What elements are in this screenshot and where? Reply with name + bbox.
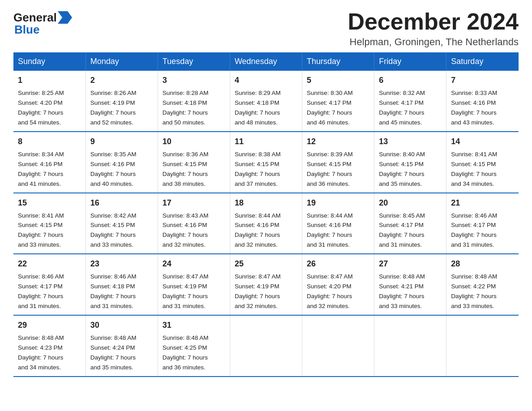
day-info: Sunrise: 8:47 AMSunset: 4:20 PMDaylight:… bbox=[307, 273, 353, 309]
calendar-cell: 27Sunrise: 8:48 AMSunset: 4:21 PMDayligh… bbox=[374, 254, 446, 315]
logo-arrow-icon bbox=[58, 11, 72, 24]
day-info: Sunrise: 8:29 AMSunset: 4:18 PMDaylight:… bbox=[235, 90, 281, 126]
day-number: 26 bbox=[307, 258, 369, 270]
day-number: 11 bbox=[235, 136, 297, 148]
day-info: Sunrise: 8:48 AMSunset: 4:24 PMDaylight:… bbox=[90, 334, 137, 371]
week-row-3: 15Sunrise: 8:41 AMSunset: 4:15 PMDayligh… bbox=[13, 193, 519, 254]
logo-text: General bbox=[13, 11, 73, 24]
day-number: 12 bbox=[307, 136, 369, 148]
day-number: 22 bbox=[18, 258, 81, 270]
day-info: Sunrise: 8:30 AMSunset: 4:17 PMDaylight:… bbox=[307, 90, 353, 126]
calendar-cell: 12Sunrise: 8:39 AMSunset: 4:15 PMDayligh… bbox=[302, 132, 374, 193]
day-info: Sunrise: 8:36 AMSunset: 4:15 PMDaylight:… bbox=[163, 151, 209, 187]
week-row-5: 29Sunrise: 8:48 AMSunset: 4:23 PMDayligh… bbox=[13, 315, 519, 377]
day-number: 30 bbox=[90, 319, 153, 331]
calendar-cell: 14Sunrise: 8:41 AMSunset: 4:15 PMDayligh… bbox=[446, 132, 519, 193]
calendar-cell: 8Sunrise: 8:34 AMSunset: 4:16 PMDaylight… bbox=[13, 132, 86, 193]
calendar-cell bbox=[374, 315, 446, 377]
calendar-cell: 26Sunrise: 8:47 AMSunset: 4:20 PMDayligh… bbox=[302, 254, 374, 315]
header-friday: Friday bbox=[374, 52, 446, 71]
day-number: 6 bbox=[379, 74, 442, 86]
title-area: December 2024 Helpman, Groningen, The Ne… bbox=[348, 9, 519, 48]
day-number: 25 bbox=[235, 258, 297, 270]
calendar-subtitle: Helpman, Groningen, The Netherlands bbox=[348, 36, 519, 48]
day-number: 4 bbox=[235, 74, 297, 86]
day-info: Sunrise: 8:38 AMSunset: 4:15 PMDaylight:… bbox=[235, 151, 281, 187]
calendar-cell: 18Sunrise: 8:44 AMSunset: 4:16 PMDayligh… bbox=[230, 193, 302, 254]
day-info: Sunrise: 8:44 AMSunset: 4:16 PMDaylight:… bbox=[235, 212, 281, 248]
header-saturday: Saturday bbox=[446, 52, 519, 71]
calendar-header-row: SundayMondayTuesdayWednesdayThursdayFrid… bbox=[13, 52, 519, 71]
calendar-cell: 20Sunrise: 8:45 AMSunset: 4:17 PMDayligh… bbox=[374, 193, 446, 254]
calendar-cell: 25Sunrise: 8:47 AMSunset: 4:19 PMDayligh… bbox=[230, 254, 302, 315]
day-info: Sunrise: 8:46 AMSunset: 4:17 PMDaylight:… bbox=[451, 212, 497, 248]
day-number: 1 bbox=[18, 74, 81, 86]
day-info: Sunrise: 8:34 AMSunset: 4:16 PMDaylight:… bbox=[18, 151, 64, 187]
day-info: Sunrise: 8:48 AMSunset: 4:25 PMDaylight:… bbox=[163, 334, 209, 371]
calendar-cell: 30Sunrise: 8:48 AMSunset: 4:24 PMDayligh… bbox=[86, 315, 158, 377]
calendar-cell: 28Sunrise: 8:48 AMSunset: 4:22 PMDayligh… bbox=[446, 254, 519, 315]
day-info: Sunrise: 8:43 AMSunset: 4:16 PMDaylight:… bbox=[163, 212, 209, 248]
day-number: 20 bbox=[379, 197, 442, 209]
calendar-cell: 31Sunrise: 8:48 AMSunset: 4:25 PMDayligh… bbox=[158, 315, 230, 377]
day-info: Sunrise: 8:47 AMSunset: 4:19 PMDaylight:… bbox=[235, 273, 281, 309]
calendar-cell bbox=[302, 315, 374, 377]
calendar-cell: 6Sunrise: 8:32 AMSunset: 4:17 PMDaylight… bbox=[374, 71, 446, 132]
svg-marker-0 bbox=[58, 11, 72, 24]
calendar-table: SundayMondayTuesdayWednesdayThursdayFrid… bbox=[13, 52, 519, 377]
calendar-cell: 19Sunrise: 8:44 AMSunset: 4:16 PMDayligh… bbox=[302, 193, 374, 254]
day-number: 14 bbox=[451, 136, 514, 148]
calendar-cell bbox=[446, 315, 519, 377]
day-number: 16 bbox=[90, 197, 153, 209]
logo-blue: Blue bbox=[14, 23, 39, 37]
logo-general: General bbox=[13, 12, 57, 23]
day-info: Sunrise: 8:32 AMSunset: 4:17 PMDaylight:… bbox=[379, 90, 425, 126]
day-info: Sunrise: 8:42 AMSunset: 4:15 PMDaylight:… bbox=[90, 212, 137, 248]
day-number: 31 bbox=[163, 319, 225, 331]
day-number: 23 bbox=[90, 258, 153, 270]
calendar-cell: 3Sunrise: 8:28 AMSunset: 4:18 PMDaylight… bbox=[158, 71, 230, 132]
day-info: Sunrise: 8:35 AMSunset: 4:16 PMDaylight:… bbox=[90, 151, 137, 187]
calendar-cell: 10Sunrise: 8:36 AMSunset: 4:15 PMDayligh… bbox=[158, 132, 230, 193]
day-number: 18 bbox=[235, 197, 297, 209]
header-wednesday: Wednesday bbox=[230, 52, 302, 71]
calendar-cell: 5Sunrise: 8:30 AMSunset: 4:17 PMDaylight… bbox=[302, 71, 374, 132]
day-info: Sunrise: 8:48 AMSunset: 4:23 PMDaylight:… bbox=[18, 334, 64, 371]
calendar-title: December 2024 bbox=[348, 9, 519, 34]
day-number: 9 bbox=[90, 136, 153, 148]
calendar-cell: 15Sunrise: 8:41 AMSunset: 4:15 PMDayligh… bbox=[13, 193, 86, 254]
calendar-cell: 22Sunrise: 8:46 AMSunset: 4:17 PMDayligh… bbox=[13, 254, 86, 315]
header-monday: Monday bbox=[86, 52, 158, 71]
day-number: 17 bbox=[163, 197, 225, 209]
day-number: 29 bbox=[18, 319, 81, 331]
day-number: 24 bbox=[163, 258, 225, 270]
day-info: Sunrise: 8:25 AMSunset: 4:20 PMDaylight:… bbox=[18, 90, 64, 126]
day-number: 3 bbox=[163, 74, 225, 86]
calendar-cell bbox=[230, 315, 302, 377]
day-number: 7 bbox=[451, 74, 514, 86]
day-info: Sunrise: 8:28 AMSunset: 4:18 PMDaylight:… bbox=[163, 90, 209, 126]
day-number: 15 bbox=[18, 197, 81, 209]
calendar-cell: 21Sunrise: 8:46 AMSunset: 4:17 PMDayligh… bbox=[446, 193, 519, 254]
header: General Blue December 2024 Helpman, Gron… bbox=[13, 9, 519, 48]
day-info: Sunrise: 8:46 AMSunset: 4:18 PMDaylight:… bbox=[90, 273, 137, 309]
day-number: 13 bbox=[379, 136, 442, 148]
calendar-cell: 16Sunrise: 8:42 AMSunset: 4:15 PMDayligh… bbox=[86, 193, 158, 254]
calendar-cell: 9Sunrise: 8:35 AMSunset: 4:16 PMDaylight… bbox=[86, 132, 158, 193]
calendar-cell: 4Sunrise: 8:29 AMSunset: 4:18 PMDaylight… bbox=[230, 71, 302, 132]
day-number: 10 bbox=[163, 136, 225, 148]
week-row-2: 8Sunrise: 8:34 AMSunset: 4:16 PMDaylight… bbox=[13, 132, 519, 193]
calendar-cell: 1Sunrise: 8:25 AMSunset: 4:20 PMDaylight… bbox=[13, 71, 86, 132]
week-row-4: 22Sunrise: 8:46 AMSunset: 4:17 PMDayligh… bbox=[13, 254, 519, 315]
calendar-cell: 24Sunrise: 8:47 AMSunset: 4:19 PMDayligh… bbox=[158, 254, 230, 315]
day-number: 19 bbox=[307, 197, 369, 209]
day-number: 27 bbox=[379, 258, 442, 270]
calendar-cell: 2Sunrise: 8:26 AMSunset: 4:19 PMDaylight… bbox=[86, 71, 158, 132]
header-thursday: Thursday bbox=[302, 52, 374, 71]
day-info: Sunrise: 8:40 AMSunset: 4:15 PMDaylight:… bbox=[379, 151, 425, 187]
calendar-cell: 13Sunrise: 8:40 AMSunset: 4:15 PMDayligh… bbox=[374, 132, 446, 193]
day-info: Sunrise: 8:33 AMSunset: 4:16 PMDaylight:… bbox=[451, 90, 497, 126]
calendar-cell: 7Sunrise: 8:33 AMSunset: 4:16 PMDaylight… bbox=[446, 71, 519, 132]
logo: General Blue bbox=[13, 9, 73, 37]
day-info: Sunrise: 8:41 AMSunset: 4:15 PMDaylight:… bbox=[18, 212, 64, 248]
